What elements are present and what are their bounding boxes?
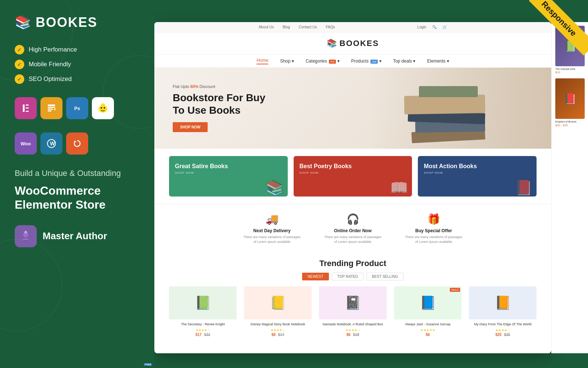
right-book-title-1: Empires of Bronze [555,120,584,123]
feat-offer-desc: There are many variations of passages of… [404,235,463,244]
feature-item-2: ✓ Mobile Friendly [15,60,140,69]
svg-rect-5 [48,107,55,108]
product-price-0: $17 $32 [169,333,237,337]
svg-rect-3 [26,111,29,112]
product-img-4: 📙 [469,286,537,319]
hero-cta-button[interactable]: SHOP NOW [173,122,208,132]
cat-btn-satire[interactable]: SHOP NOW [175,171,228,174]
cat-image-action: 📕 [514,179,533,197]
cat-btn-action[interactable]: SHOP NOW [424,171,477,174]
left-panel: 📚 BOOKES ✓ High Perfomance ✓ Mobile Frie… [0,0,154,368]
cat-content-poetry: Best Poetry Books SHOP NOW [300,163,352,174]
feat-offer-title: Buy Special Offer [404,228,463,233]
svg-rect-6 [48,109,53,110]
product-name-4: My Diary From The Edge Of The World [469,322,537,327]
nav-elements[interactable]: Elements ▾ [427,59,449,64]
brand-name: BOOKES [36,15,97,30]
feat-delivery-title: Next Day Delivery [243,228,301,233]
product-stars-0: ★★★★☆ [169,328,237,332]
hero-content: Flat Upto 60% Discount Bookstore For Buy… [154,73,284,143]
svg-marker-14 [74,141,76,143]
feat-delivery: 🚚 Next Day Delivery There are many varia… [243,213,301,244]
topbar-link-contact[interactable]: Contact Us [299,25,317,29]
topbar-link-about[interactable]: About Us [259,25,274,29]
product-name-2: Namaste Notebook: A Ruled Shaped Box [319,322,387,327]
site-header: 📚 BOOKES [154,32,551,54]
trending-tabs: NEWEST TOP RATED BEST SELLING [169,273,537,280]
responsive-badge-text: Responsive [529,0,588,56]
hero-title: Bookstore For BuyTo Use Books [173,92,265,116]
site-nav: Home Shop ▾ Categories hot ▾ Products se… [154,54,551,68]
check-icon-3: ✓ [15,74,24,84]
product-name-0: The Secretary - Renee Knight [169,322,237,327]
topbar-link-blog[interactable]: Blog [283,25,290,29]
product-badge-3: SALE [450,288,460,292]
cat-btn-poetry[interactable]: SHOP NOW [300,171,352,174]
cat-title-action: Most Action Books [424,163,477,170]
product-card-4[interactable]: 📙 My Diary From The Edge Of The World ★★… [469,286,537,337]
tagline-block: Build a Unique & Outstanding WooCommerce… [15,168,140,212]
features-list: ✓ High Perfomance ✓ Mobile Friendly ✓ SE… [15,45,140,84]
product-card-2[interactable]: 📓 Namaste Notebook: A Ruled Shaped Box ★… [319,286,387,337]
product-stars-2: ★★★★☆ [319,328,387,332]
svg-rect-0 [23,105,25,112]
tab-toprated[interactable]: TOP RATED [332,273,363,280]
product-card-0[interactable]: 📗 The Secretary - Renee Knight ★★★★☆ $17… [169,286,237,337]
search-icon[interactable]: 🔍 [432,25,437,29]
cat-card-action[interactable]: Most Action Books SHOP NOW 📕 [418,156,537,197]
category-section: Great Satire Books SHOP NOW 📚 Best Poetr… [154,149,551,204]
svg-rect-4 [48,105,55,106]
responsive-badge: Responsive [529,0,588,59]
edit-icon [40,97,62,119]
right-book-price-1: $20 - $25 [555,124,584,127]
svg-point-10 [104,107,105,109]
hero-section: Flat Upto 60% Discount Bookstore For Buy… [154,68,551,149]
site-brand-icon: 📚 [327,39,337,48]
feature-item-1: ✓ High Perfomance [15,45,140,54]
nav-categories[interactable]: Categories hot ▾ [306,59,340,64]
tagline: Build a Unique & Outstanding [15,168,140,179]
product-name-3: Always Jack - Susanne Gervay [394,322,462,327]
topbar-login[interactable]: Login [417,25,426,29]
svg-rect-7 [48,110,51,112]
features-row: 🚚 Next Day Delivery There are many varia… [154,204,551,253]
delivery-icon: 🚚 [243,213,301,225]
cat-card-poetry[interactable]: Best Poetry Books SHOP NOW 📖 [294,156,412,197]
trending-title: Trending Product [169,259,537,268]
right-book-title-0: The Outcast Girls [555,68,584,71]
nav-shop[interactable]: Shop ▾ [280,59,294,64]
cat-content-action: Most Action Books SHOP NOW [424,163,477,174]
feature-label-1: High Perfomance [29,46,77,53]
website-preview: About Us Blog Contact Us FAQs Login 🔍 🛒 … [154,22,551,353]
product-price-3: $6 [394,333,462,337]
cat-image-poetry: 📖 [390,179,408,197]
right-book-price-0: $10 [555,71,584,74]
plugin-icons: Ps FREE [15,97,140,119]
trending-section: Trending Product NEWEST TOP RATED BEST S… [154,253,551,337]
order-icon: 🎧 [323,213,382,225]
brand-logo: 📚 BOOKES [15,15,140,30]
cat-card-satire[interactable]: Great Satire Books SHOP NOW 📚 [169,156,288,197]
nav-products[interactable]: Products sell ▾ [351,59,381,64]
product-card-3[interactable]: 📘 SALE Always Jack - Susanne Gervay ★★★★… [394,286,462,337]
author-label: Master Author [43,230,107,242]
topbar-link-faqs[interactable]: FAQs [326,25,335,29]
product-price-4: $20 $25 [469,333,537,337]
tab-bestselling[interactable]: BEST SELLING [366,273,404,280]
feat-order-desc: There are many variations of passages of… [323,235,382,244]
feature-item-3: ✓ SEO Optimized [15,74,140,84]
right-book-img-1: 📕 [555,78,585,119]
brand-icon: 📚 [15,15,31,30]
cart-icon[interactable]: 🛒 [442,25,447,29]
product-card-1[interactable]: 📒 Disney Magical Story Book Notebook ★★★… [244,286,312,337]
svg-rect-2 [26,107,29,109]
product-img-2: 📓 [319,286,387,319]
nav-topdeals[interactable]: Top deals ▾ [393,59,416,64]
feat-order-title: Online Order Now [323,228,382,233]
feat-delivery-desc: There are many variations of passages of… [243,235,301,244]
photoshop-icon: Ps FREE [66,97,88,119]
tab-newest[interactable]: NEWEST [302,273,329,280]
check-icon-2: ✓ [15,60,24,69]
nav-home[interactable]: Home [257,58,268,64]
check-icon-1: ✓ [15,45,24,54]
